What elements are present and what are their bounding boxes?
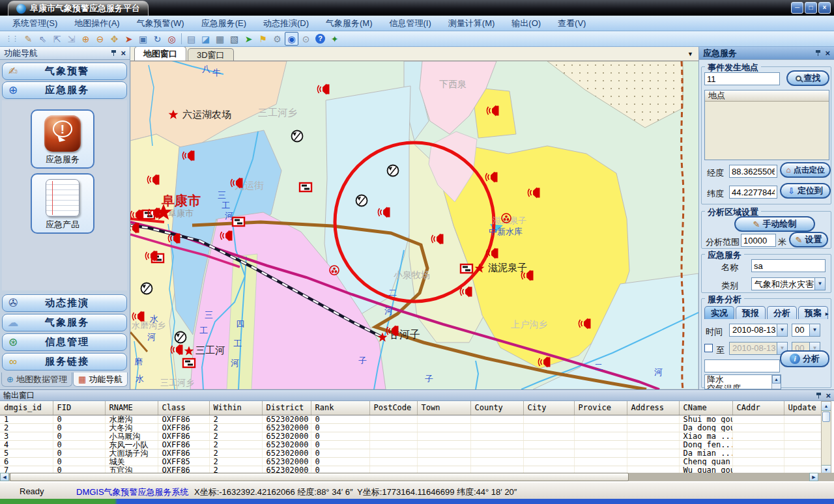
start-hour-select[interactable]: 00 ▼ xyxy=(792,324,820,337)
column-header-Town[interactable]: Town xyxy=(417,401,470,415)
column-header-FID[interactable]: FID xyxy=(53,401,105,415)
output-hscrollbar[interactable]: ◀ ▶ xyxy=(0,473,834,481)
output-close-icon[interactable]: × xyxy=(826,392,831,399)
column-header-CName[interactable]: CName xyxy=(679,401,732,415)
menu-item[interactable]: 系统管理(S) xyxy=(4,16,66,31)
pan-icon[interactable]: ✥ xyxy=(108,32,121,46)
refresh-icon[interactable]: ↻ xyxy=(151,32,164,46)
print-setup-icon[interactable]: ▧ xyxy=(227,32,241,46)
right-panel-pin-icon[interactable] xyxy=(815,49,821,57)
pointer-icon[interactable]: ➤ xyxy=(122,32,136,46)
output-vscrollbar[interactable]: ▲ ▼ xyxy=(821,401,831,475)
nav-group-动态推演[interactable]: ✇动态推演 xyxy=(2,294,127,312)
minimize-button[interactable]: ─ xyxy=(791,2,803,14)
chevron-down-icon[interactable]: ▼ xyxy=(814,278,825,290)
map-canvas[interactable]: 六运湖农场三工河乡下西泉九运街阜康市阜康市小泉牧场滋泥泉子滋泥泉子中新水库上户沟… xyxy=(130,61,698,389)
scroll-right-icon[interactable]: ▶ xyxy=(809,473,818,481)
print-icon[interactable]: ▦ xyxy=(213,32,227,46)
zoom-in-icon[interactable]: ⊕ xyxy=(79,32,93,46)
map-tab-dropdown-icon[interactable]: ▼ xyxy=(687,51,693,57)
menu-item[interactable]: 动态推演(D) xyxy=(255,16,317,31)
emergency-product-tool[interactable]: 应急产品 xyxy=(31,173,94,234)
menu-item[interactable]: 地图操作(A) xyxy=(66,16,128,31)
left-panel-pin-icon[interactable] xyxy=(111,49,117,57)
table-row[interactable]: 30小马厩沟OXFF8626523020000Xiao ma ... xyxy=(0,432,821,440)
menu-item[interactable]: 测量计算(M) xyxy=(440,16,504,31)
layers-icon[interactable]: ▤ xyxy=(184,32,198,46)
tab-scroll-arrows[interactable]: ◂ ▸ xyxy=(818,310,830,317)
set-range-button[interactable]: ✎ 设置 xyxy=(789,232,828,247)
column-header-Within[interactable]: Within xyxy=(209,401,262,415)
select-rect-icon[interactable]: ⇱ xyxy=(50,32,64,46)
to-checkbox[interactable] xyxy=(704,344,713,352)
visibility-icon[interactable]: ⊙ xyxy=(299,32,313,46)
hscroll-thumb[interactable] xyxy=(10,473,629,481)
start-date-select[interactable]: 2010-08-13 ▼ xyxy=(729,324,788,337)
column-header-Provice[interactable]: Provice xyxy=(574,401,627,415)
restore-button[interactable]: □ xyxy=(805,2,817,14)
table-row[interactable]: 10水磨沟OXFF8626523020000Shui mo gou xyxy=(0,415,821,423)
tab-map-window[interactable]: 地图窗口 xyxy=(134,47,186,61)
toolbar-grip-icon[interactable]: ⋮⋮ xyxy=(5,35,18,43)
nav-group-服务链接[interactable]: ∞服务链接 xyxy=(2,353,127,371)
menu-item[interactable]: 信息管理(I) xyxy=(381,16,440,31)
menu-item[interactable]: 输出(O) xyxy=(503,16,549,31)
column-header-Update[interactable]: Update xyxy=(784,401,821,415)
menu-item[interactable]: 查看(V) xyxy=(549,16,594,31)
emergency-globe-icon[interactable]: ◉ xyxy=(285,32,298,46)
nav-group-应急服务[interactable]: ⊕应急服务 xyxy=(2,81,127,99)
close-button[interactable]: × xyxy=(818,2,831,14)
column-header-District[interactable]: District xyxy=(262,401,311,415)
tab-3d-window[interactable]: 3D窗口 xyxy=(188,48,234,61)
service-type-select[interactable]: 气象和洪水灾害 ▼ xyxy=(751,277,826,290)
menu-item[interactable]: 气象服务(M) xyxy=(317,16,381,31)
measure-icon[interactable]: ✎ xyxy=(22,32,35,46)
service-name-input[interactable] xyxy=(751,259,826,272)
scroll-up-icon[interactable]: ▲ xyxy=(772,375,781,384)
select-lasso-icon[interactable]: ⇲ xyxy=(65,32,78,46)
panel-tab-地图数据管理[interactable]: ⊕地图数据管理 xyxy=(1,372,72,387)
manual-draw-button[interactable]: ✎ 手动绘制 xyxy=(734,216,815,232)
location-result-list[interactable]: 地点 xyxy=(704,90,829,160)
nav-group-气象预警[interactable]: ✍气象预警 xyxy=(2,63,127,80)
place-marker-icon[interactable]: ⚑ xyxy=(256,32,270,46)
column-header-dmgis_id[interactable]: dmgis_id xyxy=(0,401,53,415)
nav-group-信息管理[interactable]: ⊛信息管理 xyxy=(2,333,127,351)
output-tree-icon[interactable]: ✦ xyxy=(328,32,341,46)
help-icon[interactable]: ? xyxy=(313,32,327,46)
vscroll-thumb[interactable] xyxy=(822,412,830,422)
longitude-input[interactable] xyxy=(729,165,777,178)
left-panel-close-icon[interactable]: × xyxy=(121,49,126,57)
emergency-service-tool[interactable]: ! 应急服务 xyxy=(31,109,94,169)
table-row[interactable]: 60城关OXFF8526523020000Cheng guan xyxy=(0,457,821,466)
table-row[interactable]: 20大冬沟OXFF8626523020000Da dong gou xyxy=(0,423,821,432)
menu-item[interactable]: 应急服务(E) xyxy=(193,16,255,31)
column-header-CAddr[interactable]: CAddr xyxy=(732,401,784,415)
zoom-out-icon[interactable]: ⊖ xyxy=(93,32,107,46)
range-input[interactable] xyxy=(741,234,776,247)
latitude-input[interactable] xyxy=(729,186,777,199)
scroll-up-icon[interactable]: ▲ xyxy=(822,402,831,411)
right-panel-close-icon[interactable]: × xyxy=(825,49,830,57)
export-map-icon[interactable]: ◪ xyxy=(199,32,212,46)
select-cursor-icon[interactable]: ⇖ xyxy=(36,32,50,46)
column-header-County[interactable]: County xyxy=(470,401,523,415)
column-header-City[interactable]: City xyxy=(523,401,574,415)
weather-element-list[interactable]: ▲ 降水空气温度 xyxy=(704,374,781,389)
click-locate-button[interactable]: ⌂ 点击定位 xyxy=(780,162,831,178)
settings-icon[interactable]: ⚙ xyxy=(270,32,284,46)
analysis-tab-预报[interactable]: 预报 xyxy=(736,306,766,319)
list-item[interactable]: 空气温度 xyxy=(705,384,781,389)
scroll-left-icon[interactable]: ◀ xyxy=(0,473,9,481)
table-row[interactable]: 50大面场子沟OXFF8626523020000Da mian ... xyxy=(0,449,821,457)
analyze-button[interactable]: i 分析 xyxy=(780,350,829,367)
panel-tab-功能导航[interactable]: ▦功能导航 xyxy=(73,372,128,387)
analysis-tab-实况[interactable]: 实况 xyxy=(704,306,734,319)
locate-to-button[interactable]: ⇩ 定位到 xyxy=(780,183,831,199)
find-button[interactable]: 查找 xyxy=(786,70,829,86)
nav-group-气象服务[interactable]: ☁气象服务 xyxy=(2,314,127,331)
analysis-tab-分析[interactable]: 分析 xyxy=(767,306,797,319)
location-list-header[interactable]: 地点 xyxy=(705,91,829,102)
column-header-Address[interactable]: Address xyxy=(627,401,679,415)
list-item[interactable]: 降水 xyxy=(705,375,781,384)
